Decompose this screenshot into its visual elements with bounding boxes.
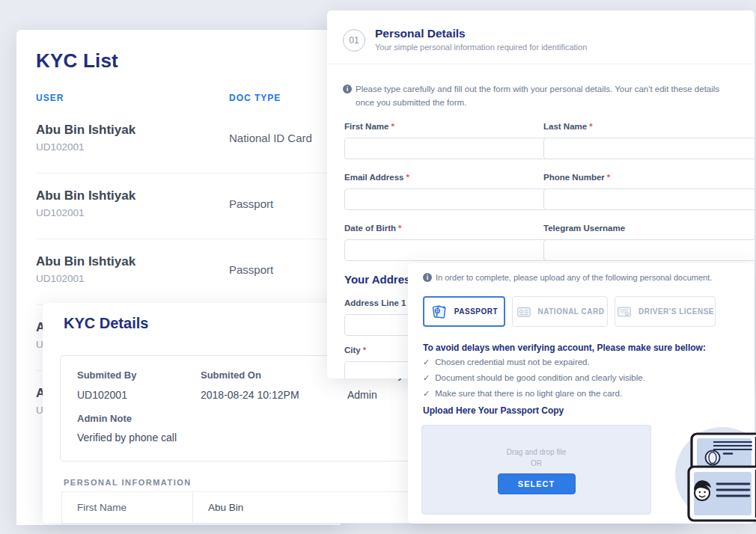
id-cards-illustration <box>674 419 756 531</box>
checked-by-value: Admin <box>347 389 377 401</box>
dropzone-text: Drag and drop file <box>422 448 650 456</box>
label-text: Date of Birth <box>344 224 396 233</box>
user-id: UD102001 <box>36 207 333 218</box>
personal-details-title: Personal Details <box>375 27 466 40</box>
required-mark: * <box>363 346 366 355</box>
label-text: First Name <box>344 122 388 131</box>
user-name: Abu Bin Ishtiyak <box>36 239 333 269</box>
dob-label: Date of Birth* <box>344 224 529 233</box>
label-text: Telegram Username <box>543 224 625 233</box>
check-icon: ✓ <box>423 373 430 382</box>
doc-type-drivers-license-button[interactable]: DRIVER'S LICENSE <box>615 296 716 327</box>
upload-copy-title: Upload Here Your Passport Copy <box>423 405 564 416</box>
required-mark: * <box>406 173 409 182</box>
verification-warning-title: To avoid delays when verifying account, … <box>423 343 706 353</box>
passport-icon <box>430 303 448 321</box>
doc-type-passport-button[interactable]: PASSPORT <box>423 296 505 327</box>
kyc-list-row[interactable]: Abu Bin Ishtiyak UD102001 Passport <box>36 239 333 305</box>
phone-input[interactable] <box>543 188 755 210</box>
admin-note-label: Admin Note <box>77 413 132 424</box>
label-text: Address Line 1 <box>344 298 406 307</box>
submitted-by-value: UD102001 <box>77 389 127 401</box>
checklist-item: ✓Document should be good condition and c… <box>423 373 645 383</box>
required-mark: * <box>589 122 592 131</box>
your-address-title: Your Address <box>344 273 417 286</box>
upload-instruction-note: i In order to complete, please upload an… <box>423 271 746 285</box>
file-dropzone[interactable]: Drag and drop file OR SELECT <box>421 425 651 515</box>
note-text: In order to complete, please upload any … <box>436 273 712 282</box>
checklist-text: Chosen credential must not be expaired. <box>435 357 589 366</box>
divider <box>327 64 755 64</box>
doc-type-label: PASSPORT <box>454 307 498 316</box>
doc-type-label: DRIVER'S LICENSE <box>638 307 714 316</box>
checklist-item: ✓Make sure that there is no light glare … <box>423 389 622 399</box>
doc-type: Passport <box>229 263 273 276</box>
email-label: Email Address* <box>344 173 529 182</box>
first-name-label: First Name* <box>344 122 529 131</box>
kyc-admin-page: KYC List USER DOC TYPE Abu Bin Ishtiyak … <box>0 0 756 534</box>
last-name-label: Last Name* <box>543 122 728 131</box>
user-name: Abu Bin Ishtiyak <box>36 174 333 203</box>
last-name-input[interactable] <box>543 138 755 159</box>
column-header-user: USER <box>36 93 64 103</box>
doc-type: National ID Card <box>229 132 312 144</box>
table-row-label: First Name <box>62 492 193 523</box>
form-instruction-note: i Please type carefully and fill out the… <box>343 83 738 109</box>
checklist-text: Make sure that there is no light glare o… <box>435 389 622 398</box>
checklist-text: Document should be good condition and cl… <box>435 373 645 382</box>
select-file-button[interactable]: SELECT <box>498 473 576 494</box>
admin-note-value: Verified by phone call <box>77 432 177 444</box>
submitted-by-label: Submited By <box>77 369 136 381</box>
drivers-license-icon <box>616 304 632 320</box>
note-text: Please type carefully and fill out the f… <box>356 85 719 107</box>
check-icon: ✓ <box>423 357 430 366</box>
doc-type-label: NATIONAL CARD <box>538 307 605 316</box>
kyc-list-row[interactable]: Abu Bin Ishtiyak UD102001 National ID Ca… <box>36 108 333 174</box>
dropzone-or-text: OR <box>422 459 650 467</box>
kyc-list-row[interactable]: Abu Bin Ishtiyak UD102001 Passport <box>36 174 333 239</box>
telegram-label: Telegram Username <box>543 224 728 233</box>
doc-type-national-card-button[interactable]: NATIONAL CARD <box>512 296 608 327</box>
submitted-on-value: 2018-08-24 10:12PM <box>201 389 299 401</box>
required-mark: * <box>398 224 401 233</box>
step-indicator: 01 <box>343 29 365 52</box>
user-id: UD102001 <box>36 273 333 284</box>
label-text: Phone Number <box>543 173 605 182</box>
telegram-input[interactable] <box>543 239 755 261</box>
label-text: City <box>344 346 361 355</box>
check-icon: ✓ <box>423 389 430 398</box>
info-icon: i <box>423 273 432 282</box>
national-card-icon <box>516 304 532 320</box>
personal-information-section-header: PERSONAL INFORMATION <box>64 478 192 487</box>
required-mark: * <box>391 122 394 131</box>
kyc-list-title: KYC List <box>36 49 118 73</box>
phone-label: Phone Number* <box>543 173 728 182</box>
document-type-options: PASSPORT NATIONAL CARD DRIVER'S LICENSE <box>423 296 716 327</box>
column-header-doc-type: DOC TYPE <box>229 93 281 103</box>
label-text: Email Address <box>344 173 403 182</box>
checklist-item: ✓Chosen credential must not be expaired. <box>423 357 590 367</box>
label-text: Last Name <box>543 122 587 131</box>
personal-details-subtitle: Your simple personal information require… <box>375 43 587 52</box>
submitted-on-label: Submited On <box>201 369 261 381</box>
doc-type: Passport <box>229 197 273 210</box>
required-mark: * <box>607 173 610 182</box>
kyc-details-title: KYC Details <box>64 315 148 332</box>
info-icon: i <box>343 85 352 93</box>
